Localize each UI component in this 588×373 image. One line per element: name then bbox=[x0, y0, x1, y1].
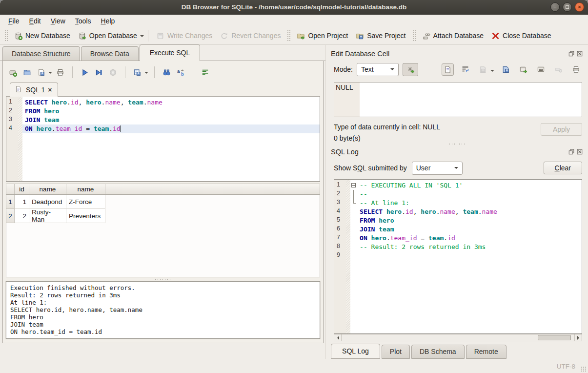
apply-button[interactable]: Apply bbox=[541, 123, 582, 136]
toolbar-drag-handle[interactable] bbox=[4, 30, 8, 41]
table-cell[interactable]: Preventers bbox=[66, 209, 105, 223]
text-document-button[interactable] bbox=[442, 63, 454, 76]
float-dock-icon[interactable] bbox=[568, 50, 575, 57]
execution-message: Execution finished without errors. Resul… bbox=[6, 281, 320, 339]
print-sql-button[interactable] bbox=[54, 66, 66, 79]
dropdown-caret-icon[interactable] bbox=[490, 70, 494, 74]
execute-current-line-button[interactable] bbox=[93, 66, 105, 79]
save-project-button[interactable]: Save Project bbox=[352, 29, 409, 42]
minimize-button[interactable]: − bbox=[550, 2, 560, 12]
close-dock-icon[interactable] bbox=[576, 50, 583, 57]
open-in-external-button[interactable] bbox=[517, 63, 529, 76]
table-cell[interactable]: Rusty-Man bbox=[29, 209, 66, 223]
dropdown-caret-icon[interactable] bbox=[140, 35, 144, 39]
format-sql-button[interactable] bbox=[199, 66, 211, 79]
close-dock-icon[interactable] bbox=[576, 148, 583, 155]
table-cell[interactable]: Z-Force bbox=[66, 195, 105, 209]
splitter-handle[interactable] bbox=[6, 277, 320, 281]
float-dock-icon[interactable] bbox=[568, 148, 575, 155]
bottom-tab-remote[interactable]: Remote bbox=[466, 345, 507, 359]
new-database-button[interactable]: New Database bbox=[10, 29, 74, 42]
table-cell[interactable]: 1 bbox=[15, 195, 29, 209]
close-database-button[interactable]: Close Database bbox=[487, 29, 555, 42]
cell-info-row: Type of data currently in cell: NULL 0 b… bbox=[334, 123, 582, 142]
print-cell-button[interactable] bbox=[570, 63, 582, 76]
table-row[interactable]: 11DeadpondZ-Force bbox=[6, 195, 320, 209]
tab-execute-sql[interactable]: Execute SQL bbox=[140, 44, 201, 61]
table-row[interactable]: 22Rusty-ManPreventers bbox=[6, 209, 320, 223]
column-header-name[interactable]: name bbox=[29, 184, 66, 194]
mode-select[interactable]: Text bbox=[357, 63, 399, 76]
print-sql-icon bbox=[56, 68, 64, 77]
cell-value-editor[interactable]: NULL bbox=[334, 82, 582, 117]
db-attach-icon bbox=[422, 32, 430, 40]
save-sql-file-button[interactable] bbox=[35, 66, 47, 79]
bottom-tab-plot[interactable]: Plot bbox=[382, 345, 410, 359]
open-project-button[interactable]: Open Project bbox=[293, 29, 352, 42]
splitter-handle[interactable] bbox=[331, 142, 583, 146]
set-as-null-button[interactable] bbox=[552, 63, 565, 76]
set-as-null-icon bbox=[554, 65, 563, 74]
bottom-tab-sql-log[interactable]: SQL Log bbox=[331, 344, 380, 359]
column-header-name[interactable]: name bbox=[66, 184, 105, 194]
db-close-icon bbox=[491, 32, 500, 40]
dropdown-caret-icon[interactable] bbox=[144, 72, 148, 76]
scroll-left-icon[interactable] bbox=[334, 334, 342, 341]
word-wrap-icon bbox=[461, 65, 469, 74]
tab-browse-data[interactable]: Browse Data bbox=[81, 46, 139, 61]
code-line: ON hero.team_id = team.id bbox=[22, 124, 320, 133]
clear-log-button[interactable]: Clear bbox=[544, 162, 582, 174]
menu-edit[interactable]: Edit bbox=[25, 16, 45, 26]
sql-file-tab[interactable]: SQL 1 × bbox=[10, 83, 58, 97]
sql-log-view[interactable]: 123456789-- EXECUTING ALL IN 'SQL 1'----… bbox=[334, 179, 582, 334]
cell-toolbar-icons bbox=[442, 63, 582, 76]
scroll-right-icon[interactable] bbox=[574, 334, 582, 341]
stop-execution-button[interactable] bbox=[107, 66, 119, 79]
title-bar[interactable]: DB Browser for SQLite - /home/user/code/… bbox=[0, 0, 588, 15]
row-header[interactable]: 2 bbox=[6, 209, 15, 223]
attach-database-button[interactable]: Attach Database bbox=[418, 29, 488, 42]
new-sql-tab-button[interactable] bbox=[7, 66, 19, 79]
toolbar-drag-handle[interactable] bbox=[412, 30, 416, 41]
sql-editor[interactable]: 1234SELECT hero.id, hero.name, team.name… bbox=[6, 96, 320, 182]
code-line: JOIN team bbox=[22, 116, 320, 124]
execute-all-button[interactable] bbox=[79, 66, 91, 79]
toolbar-button-label: Save Project bbox=[367, 32, 406, 40]
revert-changes-button[interactable]: Revert Changes bbox=[216, 29, 284, 42]
save-results-button[interactable] bbox=[131, 66, 143, 79]
resize-grip-icon[interactable] bbox=[581, 366, 587, 372]
sql-tab-close-icon[interactable]: × bbox=[48, 86, 52, 93]
menu-tools[interactable]: Tools bbox=[71, 16, 96, 26]
db-open-icon bbox=[78, 32, 86, 40]
export-data-button[interactable] bbox=[500, 63, 512, 76]
table-cell[interactable]: Deadpond bbox=[29, 195, 66, 209]
bottom-tab-db-schema[interactable]: DB Schema bbox=[411, 345, 465, 359]
column-header-id[interactable]: id bbox=[15, 184, 29, 194]
maximize-button[interactable] bbox=[563, 2, 572, 12]
apply-changes-gear-button[interactable] bbox=[403, 63, 418, 76]
menu-view[interactable]: View bbox=[46, 16, 70, 26]
menu-file[interactable]: File bbox=[4, 16, 24, 26]
toolbar-separator bbox=[154, 66, 155, 78]
scrollbar-thumb[interactable] bbox=[538, 335, 571, 340]
execute-all-icon bbox=[81, 68, 89, 77]
table-cell[interactable]: 2 bbox=[15, 209, 29, 223]
copy-link-button[interactable] bbox=[535, 63, 547, 76]
find-replace-button[interactable]: ab bbox=[175, 66, 187, 79]
results-grid[interactable]: idnamename11DeadpondZ-Force22Rusty-ManPr… bbox=[6, 184, 320, 277]
dropdown-caret-icon[interactable] bbox=[48, 72, 52, 76]
find-button[interactable] bbox=[161, 66, 173, 79]
menu-help[interactable]: Help bbox=[97, 16, 120, 26]
cell-value: NULL bbox=[334, 83, 360, 117]
close-button[interactable]: × bbox=[575, 2, 584, 12]
word-wrap-button[interactable] bbox=[459, 63, 471, 76]
tab-database-structure[interactable]: Database Structure bbox=[2, 46, 80, 61]
toolbar-drag-handle[interactable] bbox=[287, 30, 290, 41]
open-sql-file-button[interactable] bbox=[21, 66, 33, 79]
row-header[interactable]: 1 bbox=[6, 195, 15, 209]
log-horizontal-scrollbar[interactable] bbox=[334, 334, 582, 341]
open-database-button[interactable]: Open Database bbox=[74, 29, 141, 42]
import-data-button[interactable] bbox=[477, 63, 489, 76]
write-changes-button[interactable]: Write Changes bbox=[152, 29, 216, 42]
log-filter-select[interactable]: User bbox=[412, 162, 463, 175]
